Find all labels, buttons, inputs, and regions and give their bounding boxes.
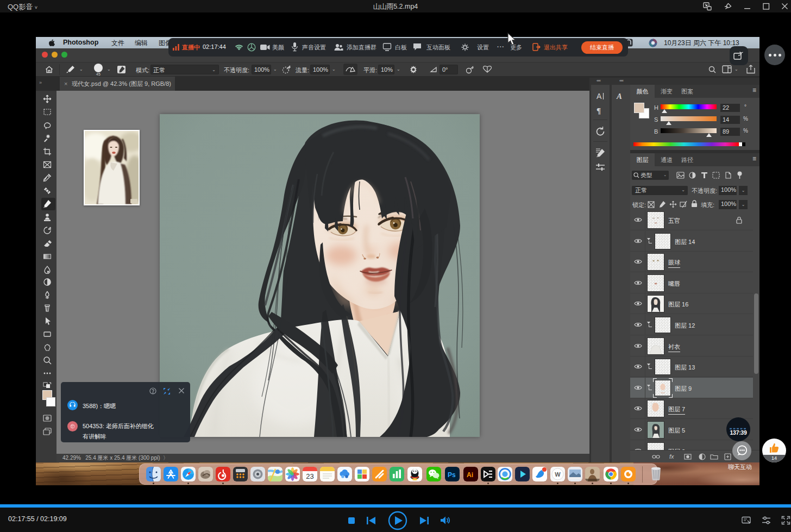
svg-text:Ps: Ps xyxy=(448,471,456,479)
svg-text:A: A xyxy=(616,92,622,101)
svg-text:W: W xyxy=(555,471,561,478)
svg-text:23: 23 xyxy=(306,472,313,480)
svg-text:¶: ¶ xyxy=(597,107,601,115)
svg-text:Ai: Ai xyxy=(467,471,473,479)
svg-text:A: A xyxy=(597,92,602,101)
